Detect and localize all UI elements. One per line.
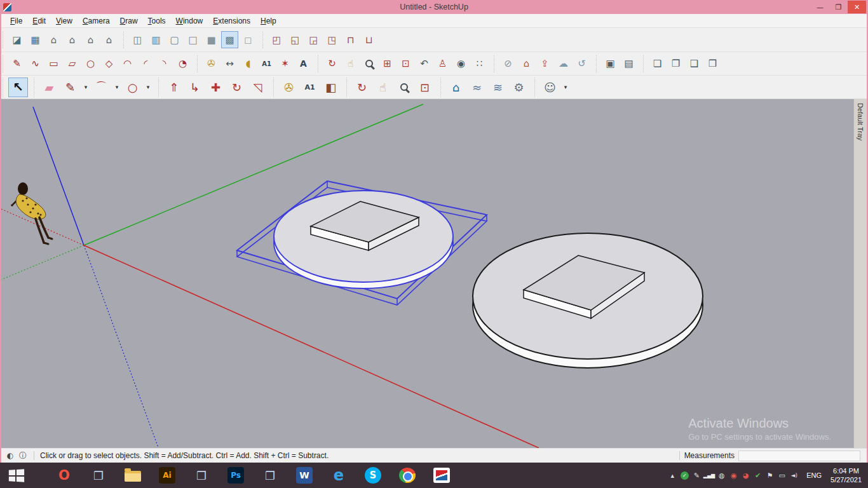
lock-camera-button[interactable]: ❒: [704, 55, 721, 72]
measurements-input[interactable]: [738, 451, 860, 461]
word-taskbar-button[interactable]: W: [287, 463, 322, 488]
look-around-tool-button[interactable]: ◉: [452, 55, 470, 72]
monochrome-style-button[interactable]: ◻: [240, 31, 257, 48]
tape-measure-tool-button[interactable]: ✇: [279, 78, 299, 97]
axes-tool-button[interactable]: ✶: [276, 55, 294, 72]
sketchup-taskbar-button[interactable]: [424, 463, 459, 488]
network-signal-icon[interactable]: ▂▄▆: [703, 468, 715, 483]
create-camera-button[interactable]: ❏: [649, 55, 666, 72]
freehand-tool-button[interactable]: ∿: [27, 55, 44, 72]
polygon-tool-button[interactable]: ◇: [100, 55, 118, 72]
minimize-button[interactable]: —: [811, 1, 829, 13]
flag-icon[interactable]: ⚑: [764, 468, 775, 483]
pen-input-icon[interactable]: ✎: [691, 468, 702, 483]
dell-update-icon[interactable]: ◍: [716, 468, 727, 483]
menu-window[interactable]: Window: [171, 15, 208, 27]
opera-update-icon[interactable]: ◉: [728, 468, 739, 483]
solid-intersect-button[interactable]: ◱: [287, 31, 304, 48]
close-button[interactable]: ✕: [848, 1, 866, 13]
camera-window-button[interactable]: ❑: [686, 55, 703, 72]
pan-tool-button[interactable]: ☝: [342, 55, 359, 72]
sync-ok-icon[interactable]: ✔: [752, 468, 763, 483]
menu-file[interactable]: File: [5, 15, 27, 27]
iso-view-button[interactable]: ◪: [8, 31, 25, 48]
hidden-line-style-button[interactable]: □: [184, 31, 201, 48]
line-tool-button[interactable]: ✎: [60, 78, 80, 97]
solid-trim-button[interactable]: ⊓: [342, 31, 359, 48]
text-tool-button[interactable]: A1: [258, 55, 275, 72]
illustrator-taskbar-button[interactable]: Ai: [150, 463, 184, 488]
solid-subtract-button[interactable]: ◳: [323, 31, 341, 48]
account-dropdown-button[interactable]: ▾: [561, 78, 570, 97]
generate-report-button[interactable]: ▤: [620, 55, 637, 72]
default-tray-tab[interactable]: Default Tray: [853, 99, 867, 448]
geolocation-icon[interactable]: ◐: [4, 451, 17, 460]
circle-tool-button[interactable]: ○: [82, 55, 99, 72]
offset-tool-button[interactable]: ↳: [185, 78, 205, 97]
tablet-mode-icon[interactable]: ▭: [776, 468, 787, 483]
two-point-arc-tool-button[interactable]: ◜: [137, 55, 154, 72]
select-tool-button[interactable]: ↖: [8, 78, 28, 97]
opera-taskbar-button[interactable]: O: [47, 463, 81, 488]
menu-draw[interactable]: Draw: [115, 15, 143, 27]
three-point-arc-tool-button[interactable]: ◝: [156, 55, 173, 72]
scale-figure[interactable]: [11, 182, 52, 244]
selected-geometry[interactable]: [237, 181, 487, 305]
pan-tool-button[interactable]: ☝: [373, 78, 393, 97]
document-app-taskbar-button[interactable]: ❐: [253, 463, 287, 488]
protractor-tool-button[interactable]: ◖: [240, 55, 257, 72]
unselected-geometry[interactable]: [473, 233, 703, 368]
connect-sync-button[interactable]: ↺: [573, 55, 590, 72]
push-pull-tool-button[interactable]: ⇑: [164, 78, 184, 97]
outer-shell-button[interactable]: ◰: [268, 31, 285, 48]
text-tool-button[interactable]: A1: [300, 78, 320, 97]
pie-tool-button[interactable]: ◔: [174, 55, 191, 72]
menu-help[interactable]: Help: [255, 15, 281, 27]
menu-camera[interactable]: Camera: [78, 15, 115, 27]
position-camera-tool-button[interactable]: ♙: [434, 55, 451, 72]
rectangle-tool-button[interactable]: ▭: [45, 55, 62, 72]
zoom-window-tool-button[interactable]: ⊞: [379, 55, 396, 72]
browser-update-icon[interactable]: ◕: [740, 468, 751, 483]
account-button[interactable]: ☺: [540, 78, 560, 97]
menu-edit[interactable]: Edit: [27, 15, 51, 27]
3d-warehouse-button[interactable]: ⌂: [518, 55, 535, 72]
walk-tool-button[interactable]: ∷: [471, 55, 488, 72]
x-ray-style-button[interactable]: ◫: [129, 31, 146, 48]
3d-warehouse-button[interactable]: ⌂: [446, 78, 466, 97]
back-view-button[interactable]: ⌂: [82, 31, 99, 48]
eraser-tool-button[interactable]: ▰: [39, 78, 59, 97]
send-to-layout-button[interactable]: ▣: [602, 55, 619, 72]
rotated-rectangle-tool-button[interactable]: ▱: [64, 55, 81, 72]
menu-tools[interactable]: Tools: [143, 15, 171, 27]
security-ok-icon[interactable]: ✓: [681, 471, 689, 480]
show-hidden-icons-icon[interactable]: ▴: [667, 468, 678, 483]
arc-tools-dropdown-button[interactable]: ▾: [112, 78, 121, 97]
arc-tools-button[interactable]: ⌒: [92, 78, 111, 97]
paint-bucket-tool-button[interactable]: ◧: [321, 78, 341, 97]
photoshop-taskbar-button[interactable]: Ps: [219, 463, 253, 488]
model-settings-button[interactable]: ⚙: [509, 78, 529, 97]
zoom-tool-button[interactable]: [394, 78, 414, 97]
line-tool-button[interactable]: ✎: [8, 55, 25, 72]
dimension-tool-button[interactable]: ↔: [221, 55, 238, 72]
file-explorer-taskbar-button[interactable]: [116, 463, 150, 488]
orbit-tool-button[interactable]: ↻: [352, 78, 372, 97]
sandbox-smoove-button[interactable]: ≋: [488, 78, 508, 97]
wireframe-style-button[interactable]: ▢: [166, 31, 183, 48]
share-model-button[interactable]: ⇪: [536, 55, 553, 72]
right-view-button[interactable]: ⌂: [64, 31, 81, 48]
taskbar-clock[interactable]: 6:04 PM 5/27/2021: [828, 466, 868, 485]
menu-view[interactable]: View: [51, 15, 78, 27]
shape-tools-dropdown-button[interactable]: ▾: [144, 78, 153, 97]
model-canvas[interactable]: [1, 99, 853, 448]
solid-union-button[interactable]: ◲: [305, 31, 322, 48]
start-button[interactable]: [0, 463, 32, 488]
status-info-icon[interactable]: ⓘ: [17, 451, 29, 461]
mail-app-taskbar-button[interactable]: ❐: [81, 463, 116, 488]
look-through-camera-button[interactable]: ❐: [667, 55, 684, 72]
chrome-taskbar-button[interactable]: [390, 463, 424, 488]
shaded-with-textures-style-button[interactable]: ▩: [221, 31, 238, 48]
no-entity-button[interactable]: ⊘: [499, 55, 517, 72]
shape-tools-button[interactable]: ○: [123, 78, 142, 97]
